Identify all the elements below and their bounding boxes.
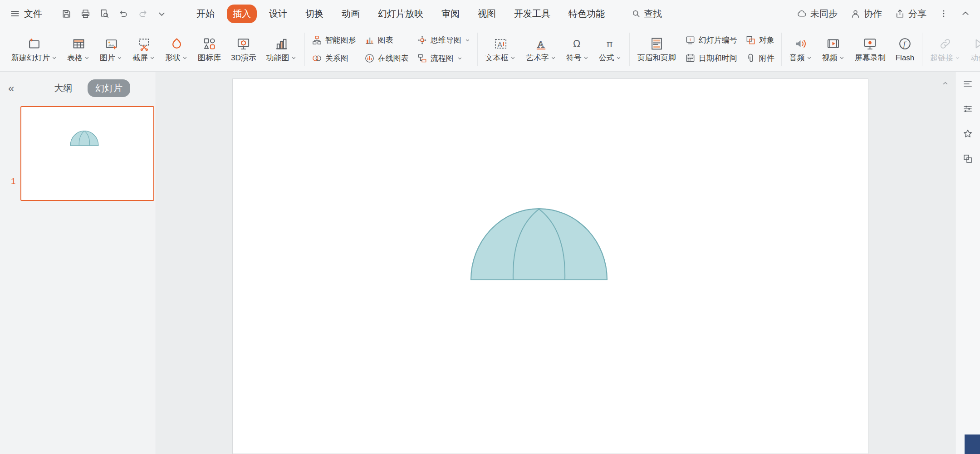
panel-tab-outline[interactable]: 大纲 <box>54 82 72 94</box>
ribbon-button-flash[interactable]: f Flash <box>891 28 920 71</box>
ribbon-button-new-slide[interactable]: 新建幻灯片 <box>6 28 62 71</box>
print-button[interactable] <box>80 9 91 19</box>
ribbon-label: 智能图形 <box>325 35 356 45</box>
ribbon-button-shapes[interactable]: 形状 <box>160 28 193 71</box>
more-menu-icon[interactable] <box>939 9 948 18</box>
star-icon[interactable] <box>962 128 973 139</box>
caret-down-icon <box>457 55 463 61</box>
ribbon-label: 对象 <box>759 35 774 45</box>
collaborate-label: 协作 <box>864 8 882 20</box>
list-lines-icon[interactable] <box>962 78 973 89</box>
ribbon-button-chart[interactable]: 图表 <box>364 33 409 48</box>
hamburger-icon <box>10 9 20 19</box>
ribbon-label: 思维导图 <box>431 35 461 45</box>
slide-canvas[interactable] <box>232 78 868 454</box>
ribbon-button-formula[interactable]: π 公式 <box>594 28 627 71</box>
customize-qat-caret-icon[interactable] <box>157 9 167 19</box>
wordart-icon: A <box>534 37 548 51</box>
print-preview-button[interactable] <box>99 9 110 19</box>
ribbon-label: 3D演示 <box>231 54 256 62</box>
tab-insert[interactable]: 插入 <box>227 5 257 23</box>
frames-icon[interactable] <box>962 153 973 164</box>
ribbon-button-screenshot[interactable]: 截屏 <box>127 28 160 71</box>
tab-transition[interactable]: 切换 <box>299 5 329 23</box>
ribbon-button-audio[interactable]: 音频 <box>784 28 817 71</box>
tab-review[interactable]: 审阅 <box>436 5 466 23</box>
share-label: 分享 <box>908 8 926 20</box>
settings-sliders-icon[interactable] <box>962 103 973 114</box>
textbox-icon: A <box>494 37 508 51</box>
svg-text:Ω: Ω <box>573 39 580 49</box>
online-chart-icon <box>364 53 375 63</box>
tab-home[interactable]: 开始 <box>191 5 220 23</box>
ribbon-button-relation-diagram[interactable]: 关系图 <box>312 51 356 66</box>
ribbon-label: 功能图 <box>266 54 289 62</box>
ribbon-separator <box>304 33 305 66</box>
right-toolbar <box>955 72 980 454</box>
ribbon-button-online-chart[interactable]: 在线图表 <box>364 51 409 66</box>
ribbon-button-3d-presentation[interactable]: 3D演示 <box>226 28 261 71</box>
ribbon-button-mindmap[interactable]: 思维导图 <box>417 33 470 48</box>
panel-tab-slides[interactable]: 幻灯片 <box>88 79 130 97</box>
ribbon-label: 符号 <box>566 54 582 62</box>
tab-special-features[interactable]: 特色功能 <box>563 5 611 23</box>
flowchart-icon <box>417 53 427 63</box>
ribbon-stack-charts: 图表 在线图表 <box>360 33 413 66</box>
caret-down-icon <box>149 55 155 61</box>
ribbon-button-symbol[interactable]: Ω 符号 <box>561 28 594 71</box>
share-button[interactable]: 分享 <box>895 8 926 20</box>
file-menu-button[interactable]: 文件 <box>10 8 42 20</box>
person-icon <box>850 9 861 19</box>
ribbon-label: 音频 <box>789 54 805 62</box>
ribbon-button-function-diagram[interactable]: 功能图 <box>261 28 302 71</box>
ribbon-button-video[interactable]: 视频 <box>817 28 850 71</box>
redo-button[interactable] <box>137 9 148 19</box>
svg-text:A: A <box>537 39 544 50</box>
ribbon-button-header-footer[interactable]: 页眉和页脚 <box>632 28 681 71</box>
find-button[interactable]: 查找 <box>632 8 662 20</box>
datetime-icon <box>685 53 696 63</box>
tab-view[interactable]: 视图 <box>472 5 502 23</box>
save-button[interactable] <box>61 9 72 19</box>
ribbon-label: 动作 <box>970 54 980 62</box>
ribbon-button-screen-record[interactable]: 屏幕录制 <box>850 28 891 71</box>
ribbon-button-table[interactable]: 表格 <box>62 28 95 71</box>
ribbon-button-attachment[interactable]: 附件 <box>745 51 774 66</box>
screenshot-icon <box>137 37 151 51</box>
ribbon-button-flowchart[interactable]: 流程图 <box>417 51 470 66</box>
tab-animation[interactable]: 动画 <box>336 5 366 23</box>
caret-down-icon <box>550 55 556 61</box>
tab-design[interactable]: 设计 <box>263 5 293 23</box>
ribbon-stack-slide-meta: 1 幻灯片编号 日期和时间 <box>681 33 741 66</box>
ribbon-insert: 新建幻灯片 表格 图片 截屏 形状 图标库 3D演示 <box>0 27 980 72</box>
collaborate-button[interactable]: 协作 <box>850 8 882 20</box>
tab-slideshow[interactable]: 幻灯片放映 <box>372 5 429 23</box>
flash-icon: f <box>898 37 912 51</box>
shapes-icon <box>170 37 184 51</box>
dome-shape-thumbnail <box>69 131 99 146</box>
ribbon-button-slide-number[interactable]: 1 幻灯片编号 <box>685 33 737 48</box>
ribbon-separator <box>781 33 782 66</box>
ribbon-stack-object: 对象 附件 <box>741 33 779 66</box>
sync-status[interactable]: 未同步 <box>797 8 838 20</box>
ribbon-label: 公式 <box>599 54 614 62</box>
smart-graphic-icon <box>312 35 322 45</box>
undo-button[interactable] <box>118 9 129 19</box>
dome-shape[interactable] <box>466 207 612 284</box>
collapse-panel-icon[interactable]: « <box>8 83 14 94</box>
svg-text:π: π <box>607 39 613 49</box>
ribbon-button-smart-graphic[interactable]: 智能图形 <box>312 33 356 48</box>
ribbon-button-datetime[interactable]: 日期和时间 <box>685 51 737 66</box>
ribbon-button-textbox[interactable]: A 文本框 <box>480 28 521 71</box>
ribbon-button-picture[interactable]: 图片 <box>95 28 127 71</box>
svg-text:A: A <box>498 41 502 48</box>
collapse-ribbon-icon[interactable] <box>961 9 970 18</box>
caret-down-icon <box>182 55 188 61</box>
ribbon-button-icon-library[interactable]: 图标库 <box>193 28 226 71</box>
tab-developer[interactable]: 开发工具 <box>508 5 556 23</box>
panel-tabs: « 大纲 幻灯片 <box>0 72 156 97</box>
ribbon-button-object[interactable]: 对象 <box>745 33 774 48</box>
scroll-up-button[interactable] <box>940 78 951 88</box>
slide-thumbnail[interactable] <box>20 106 154 201</box>
ribbon-button-wordart[interactable]: A 艺术字 <box>521 28 561 71</box>
